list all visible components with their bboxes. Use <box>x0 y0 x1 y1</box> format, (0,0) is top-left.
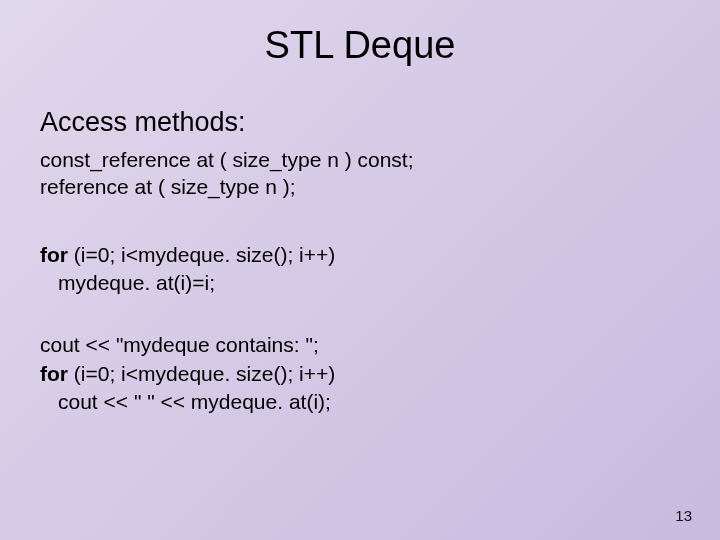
for-condition: (i=0; i<mydeque. size(); i++) <box>68 362 335 385</box>
for-condition: (i=0; i<mydeque. size(); i++) <box>68 243 335 266</box>
code-line: cout << " " << mydeque. at(i); <box>40 388 680 416</box>
code-line: mydeque. at(i)=i; <box>40 269 680 297</box>
code-example-2: cout << "mydeque contains: "; for (i=0; … <box>40 331 680 416</box>
signature-line: const_reference at ( size_type n ) const… <box>40 146 680 173</box>
slide: STL Deque Access methods: const_referenc… <box>0 0 720 540</box>
code-body: cout << " " << mydeque. at(i); <box>40 388 331 416</box>
code-example-1: for (i=0; i<mydeque. size(); i++) mydequ… <box>40 241 680 298</box>
section-heading: Access methods: <box>40 107 680 138</box>
code-line: for (i=0; i<mydeque. size(); i++) <box>40 241 680 269</box>
code-line: cout << "mydeque contains: "; <box>40 331 680 359</box>
code-line: for (i=0; i<mydeque. size(); i++) <box>40 360 680 388</box>
code-body: mydeque. at(i)=i; <box>40 269 215 297</box>
page-title: STL Deque <box>40 24 680 67</box>
signature-line: reference at ( size_type n ); <box>40 173 680 200</box>
for-keyword: for <box>40 243 68 266</box>
page-number: 13 <box>675 507 692 524</box>
for-keyword: for <box>40 362 68 385</box>
method-signatures: const_reference at ( size_type n ) const… <box>40 146 680 201</box>
